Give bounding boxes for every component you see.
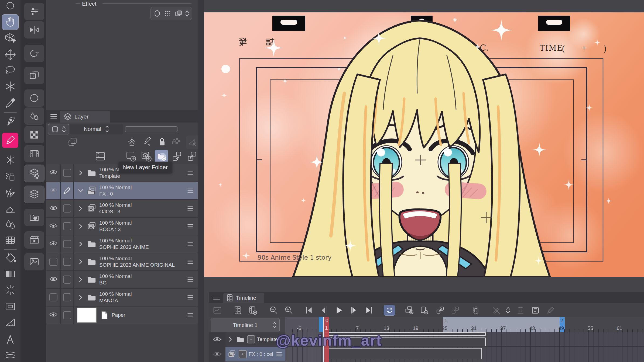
- effect-burst-tool[interactable]: [2, 283, 18, 298]
- new-material-layer-button[interactable]: [140, 150, 152, 162]
- flip-view-button[interactable]: [24, 21, 44, 39]
- track-visibility-toggle[interactable]: [213, 350, 222, 359]
- layer-menu-handle[interactable]: [186, 258, 194, 266]
- onion-settings-button[interactable]: [530, 305, 541, 315]
- layer-visibility-toggle[interactable]: [46, 271, 61, 288]
- zoom-out-button[interactable]: [268, 305, 279, 315]
- layer-checkbox[interactable]: [61, 253, 74, 270]
- new-animation-folder-button[interactable]: [404, 305, 415, 315]
- layer-row[interactable]: 100 % NormalBOCA : 3: [46, 218, 198, 235]
- draft-layer-button[interactable]: [141, 136, 153, 147]
- track-visibility-toggle[interactable]: [213, 335, 222, 344]
- animation-clapper-button[interactable]: [24, 231, 44, 249]
- blend-mode-select[interactable]: Normal: [70, 124, 123, 134]
- zoom-in-button[interactable]: [283, 305, 294, 315]
- lock-layer-button[interactable]: [156, 136, 168, 147]
- layer-list-button[interactable]: [94, 150, 106, 162]
- graph-editor-button[interactable]: [212, 305, 223, 315]
- compare-layers-button[interactable]: [24, 67, 44, 84]
- new-layer-folder-button[interactable]: [155, 150, 168, 163]
- panel-menu-icon[interactable]: [50, 113, 58, 119]
- circle-tool-button[interactable]: [24, 89, 44, 107]
- auto-select-tool[interactable]: [2, 79, 18, 94]
- operate-tool[interactable]: [2, 31, 18, 46]
- hand-tool[interactable]: [2, 15, 18, 30]
- merge-down-button[interactable]: [186, 150, 198, 162]
- layer-edit-indicator[interactable]: [61, 182, 74, 199]
- gradient-tool[interactable]: [2, 266, 18, 281]
- layer-row[interactable]: Paper: [46, 307, 198, 324]
- favorites-folder-button[interactable]: [24, 209, 44, 226]
- onion-skin-button[interactable]: [491, 305, 502, 315]
- layer-visibility-toggle[interactable]: [46, 235, 61, 253]
- layer-checkbox[interactable]: [61, 218, 74, 235]
- layer-menu-handle[interactable]: [186, 204, 194, 213]
- last-frame-button[interactable]: [364, 305, 374, 315]
- layer-menu-handle[interactable]: [186, 293, 194, 301]
- panel-gutter[interactable]: [198, 0, 204, 362]
- rotate-view-button[interactable]: [24, 45, 44, 62]
- zoom-tool[interactable]: [2, 0, 18, 13]
- canvas-viewport[interactable]: S. C. TIME ( + ): [204, 12, 644, 277]
- blend-drops-button[interactable]: [24, 107, 44, 125]
- link-cels-button[interactable]: [435, 305, 446, 315]
- layer-visibility-toggle[interactable]: [46, 200, 61, 217]
- effect-button-group[interactable]: [150, 7, 192, 20]
- reference-layer-button[interactable]: [126, 136, 138, 147]
- select-cel-range-button[interactable]: [470, 305, 481, 315]
- layer-row[interactable]: 100 % NormalSOPHIE 2023 ANIME ORIGINAL: [46, 253, 198, 271]
- layer-checkbox[interactable]: [61, 307, 74, 324]
- layer-checkbox[interactable]: [61, 164, 74, 182]
- play-button[interactable]: [333, 305, 344, 315]
- pen-tool[interactable]: [2, 113, 18, 128]
- spinner-icon[interactable]: [62, 125, 66, 134]
- film-strip-button[interactable]: [24, 145, 44, 162]
- tab-timeline[interactable]: Timeline: [223, 293, 264, 303]
- cards-icon[interactable]: [174, 9, 183, 18]
- spinner-icon[interactable]: [185, 9, 189, 18]
- clip-bar[interactable]: [324, 348, 482, 359]
- spinner-icon[interactable]: [273, 320, 277, 330]
- eraser-tool[interactable]: [2, 201, 18, 216]
- new-timeline-button[interactable]: [248, 305, 258, 315]
- fill-bucket-tool[interactable]: [2, 250, 18, 265]
- layer-visibility-toggle[interactable]: [46, 307, 61, 324]
- layer-checkbox[interactable]: [61, 289, 74, 306]
- edit-cel-button[interactable]: [545, 305, 556, 315]
- next-frame-button[interactable]: [348, 305, 359, 315]
- eyedropper-tool[interactable]: [2, 95, 18, 110]
- layer-visibility-toggle[interactable]: [46, 289, 61, 306]
- start-frame-marker[interactable]: [319, 317, 323, 332]
- layer-menu-handle[interactable]: [186, 222, 194, 230]
- airbrush-tool[interactable]: [2, 169, 18, 184]
- tab-layer[interactable]: Layer: [60, 111, 110, 123]
- expand-plus-box[interactable]: +: [247, 335, 255, 343]
- clip-to-layer-button[interactable]: [67, 136, 78, 147]
- layer-menu-handle[interactable]: [186, 240, 194, 248]
- timeline-select[interactable]: Timeline 1: [211, 318, 280, 332]
- layer-menu-handle[interactable]: [186, 311, 194, 319]
- unlink-cels-button[interactable]: [450, 305, 461, 315]
- layer-menu-handle[interactable]: [186, 276, 194, 284]
- text-tool[interactable]: [2, 332, 18, 347]
- cel-spinner-button[interactable]: [503, 305, 513, 315]
- layer-checkbox[interactable]: [61, 235, 74, 253]
- prev-frame-button[interactable]: [318, 305, 329, 315]
- expand-plus-box[interactable]: +: [239, 350, 247, 358]
- pixel-grid-button[interactable]: [24, 126, 44, 143]
- blend-tool[interactable]: [2, 217, 18, 232]
- layer-menu-handle[interactable]: [186, 169, 194, 177]
- layer-row[interactable]: 100 % NormalBG: [46, 271, 198, 289]
- pattern-tool[interactable]: [2, 152, 18, 168]
- layer-row[interactable]: 100 % NormalSOPHIE 2023 ANIME: [46, 235, 198, 253]
- transfer-down-button[interactable]: [171, 150, 183, 162]
- figure-tool[interactable]: [2, 233, 18, 248]
- decoration-tool[interactable]: [2, 185, 18, 200]
- layer-visibility-toggle[interactable]: [46, 253, 61, 270]
- layer-visibility-toggle[interactable]: [46, 164, 61, 182]
- layer-palette-button[interactable]: [24, 186, 44, 203]
- ellipse-icon[interactable]: [153, 9, 161, 18]
- layer-search-button[interactable]: [24, 165, 44, 182]
- blend-preview-spinner[interactable]: [48, 124, 69, 135]
- layer-checkbox[interactable]: [61, 200, 74, 217]
